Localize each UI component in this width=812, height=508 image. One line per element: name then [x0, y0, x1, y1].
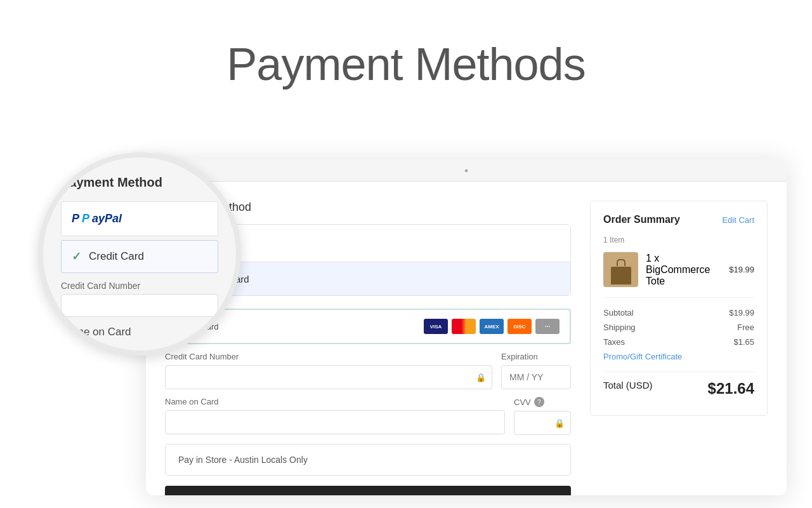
cvv-label-text: CVV — [514, 398, 531, 407]
taxes-label: Taxes — [603, 337, 625, 347]
subtotal-label: Subtotal — [603, 308, 634, 318]
subtotal-value: $19.99 — [729, 308, 754, 318]
pay-in-store-option[interactable]: Pay in Store - Austin Locals Only — [165, 444, 571, 476]
name-on-card-group: Name on Card — [165, 397, 505, 435]
total-value: $21.64 — [708, 380, 754, 398]
order-item: 1 x BigCommerce Tote $19.99 — [603, 252, 754, 298]
card-icons-row: VISA AMEX DISC ··· — [424, 319, 560, 334]
item-name: 1 x BigCommerce Tote — [646, 253, 710, 286]
cvv-input-wrapper: 🔒 — [514, 411, 571, 435]
mag-paypal-logo: P P ayPal — [72, 211, 122, 227]
page-title: Payment Methods — [0, 0, 812, 90]
mag-check-icon: ✓ — [72, 250, 81, 264]
expiration-input[interactable] — [501, 365, 571, 389]
card-number-input[interactable] — [165, 365, 492, 389]
items-count: 1 Item — [603, 236, 754, 244]
place-order-button[interactable]: PLACE ORDER — [165, 486, 571, 495]
mag-paypal-option: P P ayPal — [61, 201, 218, 236]
mag-paypal-p2: P — [82, 212, 89, 225]
visa-icon: VISA — [424, 319, 448, 334]
mag-section-title: Payment Method — [61, 175, 218, 190]
cvv-lock-icon: 🔒 — [554, 418, 565, 428]
other-card-icon: ··· — [535, 319, 560, 334]
taxes-value: $1.65 — [733, 337, 754, 347]
name-on-card-label: Name on Card — [165, 397, 505, 406]
shipping-row: Shipping Free — [603, 323, 754, 332]
pay-in-store-label: Pay in Store - Austin Locals Only — [178, 455, 308, 465]
order-summary: Order Summary Edit Cart 1 Item 1 x BigCo… — [590, 201, 768, 416]
browser-window: ● Payment Method P P ayPal ✓ Credit Ca — [146, 159, 787, 495]
card-number-lock-icon: 🔒 — [476, 373, 486, 382]
item-details: 1 x BigCommerce Tote — [646, 253, 721, 287]
order-summary-header: Order Summary Edit Cart — [603, 214, 754, 225]
mag-credit-card-option: ✓ Credit Card — [61, 240, 218, 273]
mag-card-number-input — [61, 294, 218, 317]
card-number-label: Credit Card Number — [165, 352, 492, 361]
card-number-group: Credit Card Number 🔒 — [165, 352, 492, 389]
magnifier-overlay: Payment Method P P ayPal ✓ Credit Card C… — [38, 152, 241, 356]
mastercard-icon — [452, 319, 476, 334]
amex-icon: AMEX — [480, 319, 504, 334]
right-panel: Order Summary Edit Cart 1 Item 1 x BigCo… — [590, 201, 768, 476]
card-number-expiration-row: Credit Card Number 🔒 Expiration — [165, 352, 571, 389]
mag-card-number-label: Credit Card Number — [61, 281, 218, 291]
cvv-group: CVV ? 🔒 — [514, 397, 571, 435]
card-number-input-wrapper: 🔒 — [165, 365, 492, 389]
shipping-value: Free — [737, 323, 754, 332]
promo-link[interactable]: Promo/Gift Certificate — [603, 352, 754, 361]
subtotal-row: Subtotal $19.99 — [603, 308, 754, 318]
expiration-group: Expiration — [501, 352, 571, 389]
magnifier-content: Payment Method P P ayPal ✓ Credit Card C… — [43, 157, 236, 356]
cvv-label-row: CVV ? — [514, 397, 571, 407]
item-thumbnail — [603, 252, 638, 287]
total-row: Total (USD) $21.64 — [603, 371, 754, 398]
cvv-help-icon[interactable]: ? — [534, 397, 544, 407]
browser-content: Payment Method P P ayPal ✓ Credit Card — [146, 182, 787, 495]
name-cvv-row: Name on Card CVV ? 🔒 — [165, 397, 571, 435]
browser-bar: ● — [146, 159, 787, 182]
name-on-card-input[interactable] — [165, 410, 505, 434]
credit-card-selected-panel: Credit Card VISA AMEX DISC ··· — [165, 309, 571, 344]
browser-url: ● — [464, 166, 469, 174]
order-summary-title: Order Summary — [603, 214, 680, 225]
shipping-label: Shipping — [603, 323, 636, 332]
discover-icon: DISC — [508, 319, 532, 334]
mag-credit-card-label: Credit Card — [89, 250, 144, 263]
edit-cart-link[interactable]: Edit Cart — [722, 215, 754, 225]
taxes-row: Taxes $1.65 — [603, 337, 754, 347]
total-label: Total (USD) — [603, 380, 653, 398]
expiration-label: Expiration — [501, 352, 571, 361]
mag-paypal-p1: P — [72, 212, 79, 225]
mag-paypal-text: ayPal — [92, 212, 122, 225]
mag-name-on-card-label: Name on Card — [61, 326, 218, 338]
item-price: $19.99 — [729, 265, 754, 274]
